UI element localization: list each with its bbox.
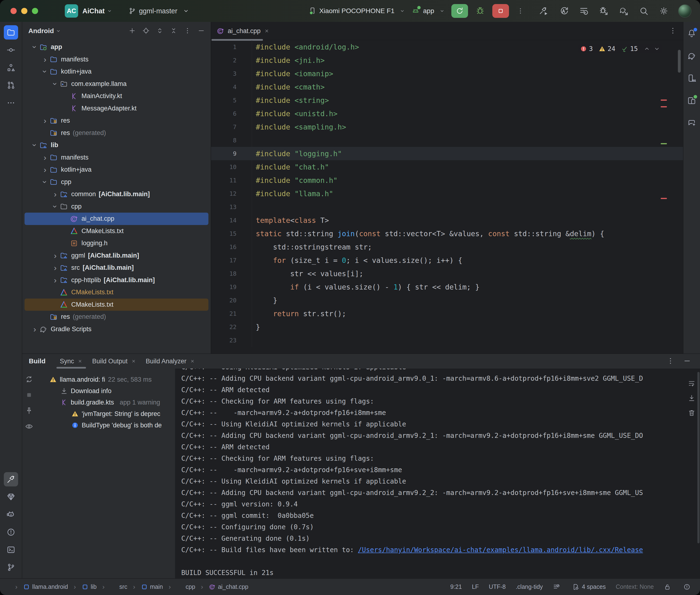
- soft-wrap-button[interactable]: [687, 379, 696, 388]
- app-quality-insights-button[interactable]: [4, 490, 18, 504]
- rerun-sync-button[interactable]: [24, 375, 34, 384]
- zoom-window-button[interactable]: [32, 8, 38, 14]
- clang-tidy-config[interactable]: .clang-tidy: [516, 583, 543, 590]
- project-tree-row[interactable]: › com.example.llama: [25, 78, 208, 90]
- project-tree-row[interactable]: › res: [25, 115, 208, 127]
- tree-expander-icon[interactable]: ›: [51, 251, 60, 260]
- add-button[interactable]: [126, 25, 138, 37]
- project-tree-row[interactable]: › manifests: [25, 151, 208, 164]
- build-console[interactable]: C/C++: -- Using KleidiAI optimized kerne…: [175, 369, 700, 579]
- project-tree-row[interactable]: › res (generated): [25, 311, 208, 323]
- tree-expander-icon[interactable]: ›: [51, 263, 60, 273]
- locate-file-button[interactable]: [140, 25, 152, 37]
- ide-error-indicator[interactable]: [683, 583, 693, 591]
- project-tree-row[interactable]: › Gradle Scripts: [25, 323, 208, 336]
- breadcrumb-item[interactable]: ai_chat.cpp: [199, 583, 251, 591]
- build-tree-row[interactable]: › 'jvmTarget: String' is deprec: [36, 408, 175, 420]
- structure-tool-button[interactable]: [4, 60, 18, 75]
- device-selector[interactable]: Xiaomi POCOPHONE F1: [309, 7, 405, 15]
- commit-tool-button[interactable]: [4, 43, 18, 57]
- project-tree-row[interactable]: › MainActivity.kt: [25, 90, 208, 103]
- indent-config[interactable]: 4 spaces: [572, 583, 606, 591]
- logcat-tool-button[interactable]: [4, 507, 18, 522]
- build-panel-tab[interactable]: Build Analyzer: [141, 354, 200, 369]
- editor-options-button[interactable]: [667, 26, 677, 36]
- tree-expander-icon[interactable]: ›: [40, 165, 50, 174]
- notifications-button[interactable]: [684, 26, 699, 40]
- project-tree-row[interactable]: › cpp: [25, 176, 208, 188]
- project-tree-row[interactable]: › lib: [25, 139, 208, 151]
- project-tree-row[interactable]: › cpp-httplib [AiChat.lib.main]: [25, 274, 208, 286]
- settings-button[interactable]: [659, 6, 669, 16]
- ai-context[interactable]: Context: None: [616, 583, 654, 590]
- more-tool-windows-button[interactable]: [4, 96, 18, 110]
- tree-expander-icon[interactable]: ›: [40, 177, 50, 187]
- scroll-to-end-button[interactable]: [687, 394, 696, 403]
- project-tree-row[interactable]: › common [AiChat.lib.main]: [25, 188, 208, 200]
- tree-expander-icon[interactable]: ›: [51, 190, 60, 199]
- run-config-selector[interactable]: app: [412, 7, 445, 15]
- breadcrumb-item[interactable]: lib: [71, 583, 99, 591]
- breadcrumb-item[interactable]: cpp: [166, 583, 198, 591]
- run-more-options-button[interactable]: [515, 4, 526, 18]
- pin-tab-button[interactable]: [24, 406, 34, 416]
- gradle-tool-button[interactable]: [684, 49, 699, 63]
- expand-all-button[interactable]: [153, 25, 166, 37]
- caret-position[interactable]: 9:21: [450, 583, 462, 590]
- build-panel-tab[interactable]: Build Output: [87, 354, 141, 369]
- terminal-tool-button[interactable]: [4, 543, 18, 557]
- build-tree-row[interactable]: › BuildType 'debug' is both de: [36, 420, 175, 431]
- tree-expander-icon[interactable]: ›: [40, 55, 50, 64]
- tree-expander-icon[interactable]: ›: [40, 153, 50, 162]
- project-tree-row[interactable]: › manifests: [25, 53, 208, 66]
- project-name[interactable]: AiChat: [82, 7, 105, 15]
- gemini-tool-button[interactable]: [684, 116, 699, 130]
- tree-expander-icon[interactable]: ›: [30, 42, 39, 52]
- project-tree-row[interactable]: › CMakeLists.txt: [25, 299, 208, 311]
- running-devices-button[interactable]: [684, 93, 699, 108]
- version-control-tool-button[interactable]: [4, 560, 18, 574]
- project-tree-row[interactable]: › src [AiChat.lib.main]: [25, 262, 208, 274]
- build-panel-options-button[interactable]: [664, 355, 677, 367]
- attach-debugger-button[interactable]: [599, 6, 609, 16]
- build-tool-button[interactable]: [4, 472, 18, 486]
- user-avatar[interactable]: [678, 4, 692, 18]
- project-tree-row[interactable]: › kotlin+java: [25, 164, 208, 176]
- collapse-all-button[interactable]: [167, 25, 180, 37]
- breadcrumb-item[interactable]: llama.android: [13, 583, 70, 591]
- tree-expander-icon[interactable]: ›: [40, 116, 50, 125]
- console-scrollbar-thumb[interactable]: [697, 372, 700, 543]
- close-tab-icon[interactable]: [131, 359, 136, 364]
- project-tree-row[interactable]: › ggml [AiChat.lib.main]: [25, 250, 208, 262]
- debug-app-button[interactable]: [474, 5, 486, 17]
- error-stripe-mark[interactable]: [661, 198, 667, 199]
- project-tool-button[interactable]: [4, 25, 18, 39]
- build-tree-row[interactable]: › Download info: [36, 385, 175, 397]
- project-tree-row[interactable]: › CMakeLists.txt: [25, 286, 208, 299]
- error-stripe-mark[interactable]: [661, 106, 667, 107]
- gradle-sync-button[interactable]: [619, 6, 628, 16]
- editor-tab-ai-chat-cpp[interactable]: ai_chat.cpp: [211, 22, 275, 40]
- minimize-window-button[interactable]: [21, 8, 27, 14]
- project-tree-row[interactable]: › kotlin+java: [25, 65, 208, 78]
- close-tab-icon[interactable]: [77, 359, 83, 364]
- editor-scrollbar-thumb[interactable]: [678, 50, 681, 73]
- project-tree-row[interactable]: › res (generated): [25, 127, 208, 139]
- stop-sync-button[interactable]: [24, 391, 34, 400]
- close-window-button[interactable]: [10, 8, 17, 14]
- pull-requests-tool-button[interactable]: [4, 78, 18, 92]
- tree-expander-icon[interactable]: ›: [51, 79, 60, 88]
- hide-build-panel-button[interactable]: [681, 355, 693, 367]
- project-tree-row[interactable]: › MessageAdapter.kt: [25, 103, 208, 115]
- error-stripe-mark[interactable]: [661, 100, 667, 101]
- previous-problem-button[interactable]: [644, 46, 650, 52]
- project-view-selector[interactable]: Android: [28, 27, 54, 35]
- tree-expander-icon[interactable]: ›: [51, 276, 60, 285]
- project-tree-row[interactable]: › ai_chat.cpp: [25, 213, 208, 225]
- project-tree-row[interactable]: › logging.h: [25, 237, 208, 250]
- clear-console-button[interactable]: [687, 408, 696, 418]
- search-everywhere-button[interactable]: [639, 6, 648, 16]
- problems-tool-button[interactable]: [4, 525, 18, 539]
- tree-expander-icon[interactable]: ›: [30, 324, 39, 334]
- file-encoding[interactable]: UTF-8: [489, 583, 506, 590]
